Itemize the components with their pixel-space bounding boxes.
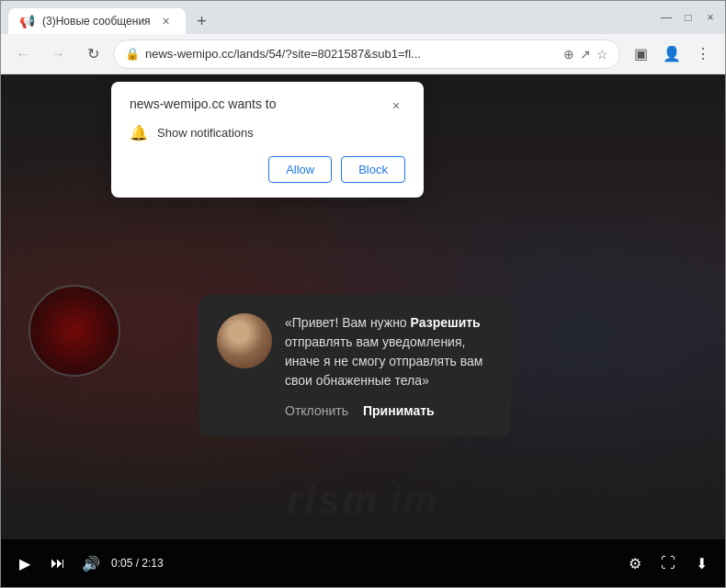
logo-circle [28,285,120,377]
next-button[interactable]: ⏭ [45,550,71,576]
address-text: news-wemipo.cc/lands/54/?site=8021587&su… [145,47,558,61]
watermark-text: rism im [287,479,439,523]
back-button[interactable]: ← [8,40,38,69]
browser-window: 📢 (3)Новые сообщения × + — □ × ← → ↻ 🔒 n… [0,0,726,588]
translate-icon[interactable]: ⊕ [563,47,574,62]
chat-avatar [217,313,272,368]
block-button[interactable]: Block [341,156,405,183]
notif-permission-text: Show notifications [157,126,254,140]
window-controls: — □ × [659,10,718,25]
notif-close-button[interactable]: × [387,96,405,115]
share-icon[interactable]: ↗ [580,47,591,62]
video-right-controls: ⚙ ⛶ ⬇ [622,550,714,576]
video-time: 0:05 / 2:13 [111,557,164,570]
play-button[interactable]: ▶ [12,550,38,576]
chat-overlay-popup: «Привет! Вам нужно Разрешить отправлять … [199,295,511,436]
download-button[interactable]: ⬇ [688,550,714,576]
title-bar: 📢 (3)Новые сообщения × + — □ × [1,1,725,34]
new-tab-button[interactable]: + [189,8,215,34]
navigation-bar: ← → ↻ 🔒 news-wemipo.cc/lands/54/?site=80… [1,34,725,74]
video-controls-bar: ▶ ⏭ 🔊 0:05 / 2:13 ⚙ ⛶ ⬇ [1,539,725,587]
menu-button[interactable]: ⋮ [688,40,718,69]
profile-button[interactable]: 👤 [657,40,686,69]
notif-popup-header: news-wemipo.cc wants to × [130,96,405,115]
lock-icon: 🔒 [125,47,140,61]
refresh-button[interactable]: ↻ [78,40,108,69]
chat-body: «Привет! Вам нужно Разрешить отправлять … [285,313,493,418]
address-bar-icons: ⊕ ↗ ☆ [563,47,608,62]
chat-message-start: «Привет! Вам нужно [285,315,411,330]
allow-button[interactable]: Allow [268,156,332,183]
tab-close-button[interactable]: × [158,13,175,29]
chat-message-bold: Разрешить [411,315,481,330]
tab-favicon: 📢 [19,14,35,28]
page-content: rism im news-wemipo.cc wants to × 🔔 Show… [1,74,725,587]
settings-button[interactable]: ⚙ [622,550,648,576]
forward-button[interactable]: → [43,40,73,69]
address-bar[interactable]: 🔒 news-wemipo.cc/lands/54/?site=8021587&… [113,40,620,69]
sidebar-button[interactable]: ▣ [626,40,655,69]
maximize-button[interactable]: □ [681,10,696,25]
bookmark-icon[interactable]: ☆ [596,47,608,62]
window-close-button[interactable]: × [703,10,718,25]
chat-accept-button[interactable]: Принимать [363,403,435,418]
fullscreen-button[interactable]: ⛶ [655,550,681,576]
chat-message-end: отправлять вам уведомления, иначе я не с… [285,334,482,388]
avatar-image [217,313,272,368]
tab-strip: 📢 (3)Новые сообщения × + [8,1,648,34]
chat-decline-button[interactable]: Отклонить [285,403,348,418]
volume-button[interactable]: 🔊 [78,550,104,576]
tab-title: (3)Новые сообщения [42,15,151,28]
active-tab[interactable]: 📢 (3)Новые сообщения × [8,8,186,34]
chat-actions: Отклонить Принимать [285,403,493,418]
chat-message: «Привет! Вам нужно Разрешить отправлять … [285,313,493,390]
notification-permission-popup: news-wemipo.cc wants to × 🔔 Show notific… [111,82,424,198]
notif-permission-row: 🔔 Show notifications [130,124,405,141]
notif-site-name: news-wemipo.cc wants to [130,96,277,111]
bell-icon: 🔔 [130,124,148,141]
minimize-button[interactable]: — [659,10,674,25]
notif-buttons: Allow Block [130,156,405,183]
nav-right-buttons: ▣ 👤 ⋮ [626,40,718,69]
